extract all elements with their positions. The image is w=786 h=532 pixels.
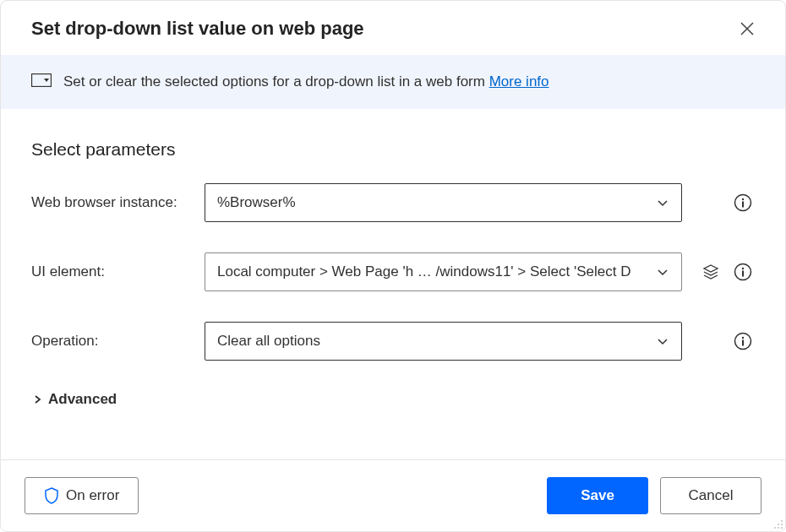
browser-value: %Browser% [217,194,296,211]
chevron-down-icon [656,265,669,279]
dialog-title: Set drop-down list value on web page [31,18,364,40]
svg-rect-0 [32,74,52,87]
svg-point-5 [742,268,744,269]
uielement-picker-button[interactable] [699,260,723,284]
advanced-toggle[interactable]: Advanced [31,391,755,408]
svg-rect-3 [742,202,744,208]
uielement-value: Local computer > Web Page 'h … /windows1… [217,263,630,280]
svg-point-10 [781,520,783,522]
info-banner: Set or clear the selected options for a … [1,55,785,109]
browser-select[interactable]: %Browser% [205,183,682,222]
uielement-row: UI element: Local computer > Web Page 'h… [31,252,755,291]
shield-icon [44,487,59,504]
svg-point-15 [781,527,783,529]
chevron-down-icon [656,196,669,209]
resize-handle-icon [772,518,783,529]
info-icon [734,263,752,281]
layers-icon [701,263,720,281]
info-text-content: Set or clear the selected options for a … [63,73,489,90]
section-title: Select parameters [31,139,755,160]
chevron-down-icon [656,334,669,348]
svg-point-8 [742,337,744,339]
browser-info-button[interactable] [731,191,755,214]
operation-info-button[interactable] [731,329,755,353]
operation-value: Clear all options [217,333,320,350]
chevron-right-icon [31,394,43,405]
cancel-label: Cancel [689,487,734,504]
svg-point-11 [778,524,779,525]
browser-row: Web browser instance: %Browser% [31,183,755,222]
svg-point-13 [774,527,776,529]
browser-label: Web browser instance: [31,194,196,211]
info-icon [734,193,752,212]
svg-point-12 [781,524,783,525]
dialog-footer: On error Save Cancel [1,459,785,531]
operation-select[interactable]: Clear all options [205,322,682,361]
svg-rect-6 [742,271,744,277]
save-label: Save [581,487,614,504]
operation-label: Operation: [31,333,196,350]
dialog-header: Set drop-down list value on web page [1,1,785,55]
info-icon [734,332,752,350]
on-error-label: On error [66,487,119,504]
close-button[interactable] [736,18,758,40]
operation-row: Operation: Clear all options [31,322,755,361]
uielement-info-button[interactable] [731,260,755,284]
uielement-select[interactable]: Local computer > Web Page 'h … /windows1… [205,252,682,291]
close-icon [740,21,755,36]
uielement-label: UI element: [31,263,196,280]
save-button[interactable]: Save [547,477,648,514]
advanced-label: Advanced [48,391,117,408]
svg-point-14 [778,527,779,529]
svg-point-2 [742,198,744,200]
svg-rect-9 [742,340,744,346]
dropdown-icon [31,73,52,90]
more-info-link[interactable]: More info [489,73,549,90]
info-text: Set or clear the selected options for a … [63,73,549,90]
content: Select parameters Web browser instance: … [1,109,785,408]
cancel-button[interactable]: Cancel [660,477,761,514]
on-error-button[interactable]: On error [25,477,139,514]
